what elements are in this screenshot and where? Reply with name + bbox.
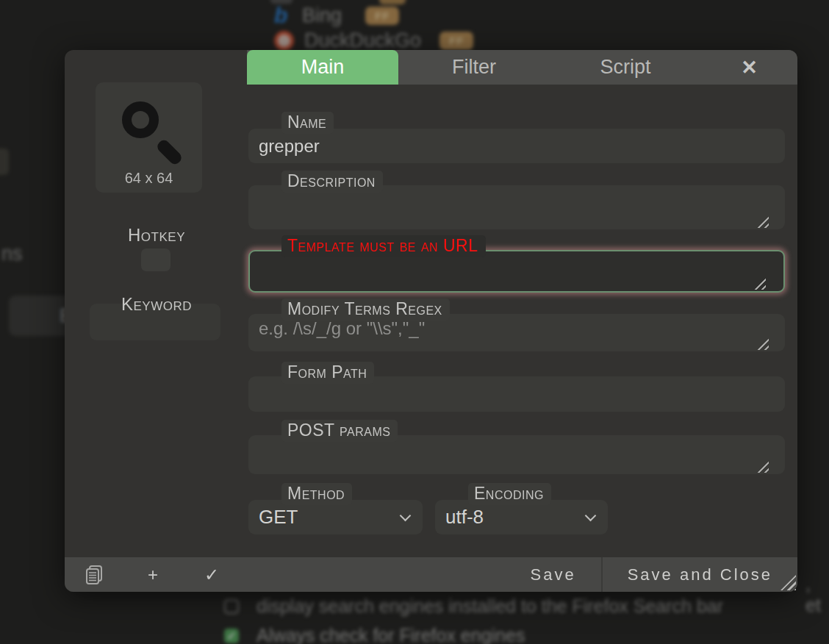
duplicate-engine-button[interactable] bbox=[65, 564, 123, 586]
method-select[interactable]: GET bbox=[248, 500, 423, 534]
encoding-select[interactable]: utf-8 bbox=[435, 500, 608, 534]
save-and-close-button[interactable]: Save and Close bbox=[603, 557, 797, 592]
plus-icon: + bbox=[148, 565, 158, 584]
encoding-value: utf-8 bbox=[445, 506, 484, 529]
confirm-button[interactable]: ✓ bbox=[182, 565, 241, 585]
duplicate-icon bbox=[85, 565, 104, 585]
method-label: Method bbox=[281, 483, 352, 505]
template-error-label: Template must be an URL bbox=[281, 235, 486, 257]
name-label: Name bbox=[281, 112, 334, 134]
form-path-label: Form Path bbox=[281, 362, 374, 384]
icon-size-label: 64 x 64 bbox=[96, 170, 202, 187]
regex-label: Modify Terms Regex bbox=[281, 298, 450, 321]
chevron-down-icon bbox=[585, 510, 597, 522]
magnifier-icon-handle bbox=[155, 138, 184, 167]
post-params-label: POST params bbox=[281, 420, 398, 442]
name-input[interactable] bbox=[248, 129, 785, 163]
engine-editor-dialog: Main Filter Script ✕ 64 x 64 Hotkey Keyw… bbox=[65, 50, 797, 592]
keyword-label: Keyword bbox=[65, 294, 248, 315]
magnifier-icon bbox=[122, 101, 159, 138]
check-icon: ✓ bbox=[204, 565, 219, 584]
hotkey-label: Hotkey bbox=[65, 225, 248, 246]
description-label: Description bbox=[281, 171, 383, 193]
engine-icon-preview[interactable]: 64 x 64 bbox=[96, 82, 202, 193]
chevron-down-icon bbox=[400, 510, 412, 522]
form-column: Name Description Template must be an URL… bbox=[248, 50, 785, 592]
add-engine-button[interactable]: + bbox=[123, 565, 182, 585]
icon-column: 64 x 64 Hotkey Keyword bbox=[65, 50, 248, 592]
hotkey-input[interactable] bbox=[141, 248, 171, 271]
save-button[interactable]: Save bbox=[506, 557, 601, 592]
dialog-footer: + ✓ Save Save and Close bbox=[65, 557, 797, 592]
encoding-label: Encoding bbox=[468, 483, 551, 505]
method-value: GET bbox=[259, 506, 298, 529]
